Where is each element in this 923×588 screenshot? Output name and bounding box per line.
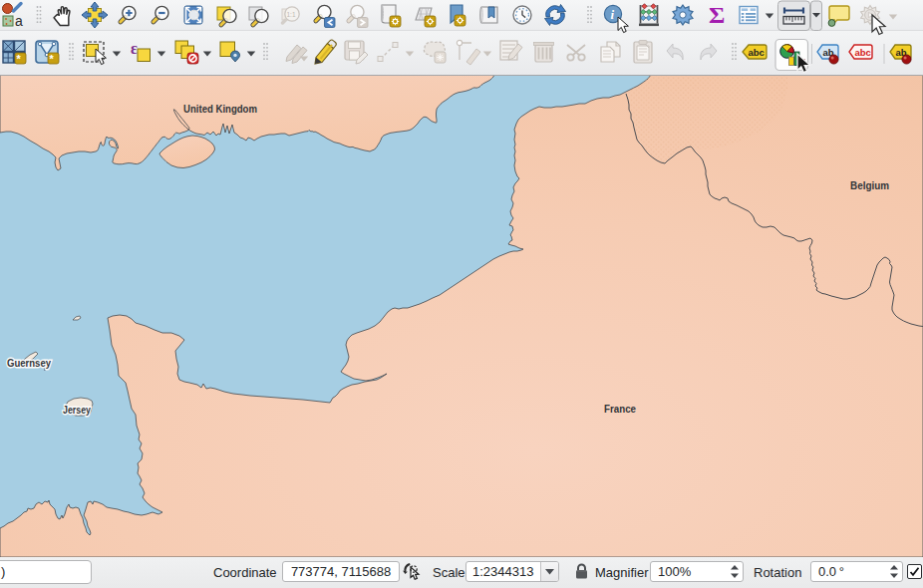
svg-text:a: a <box>15 13 23 29</box>
svg-text:ε: ε <box>131 40 138 57</box>
svg-text:*: * <box>50 53 55 65</box>
svg-text:1:1: 1:1 <box>287 11 296 18</box>
svg-text:abc: abc <box>855 47 871 58</box>
svg-text:i: i <box>611 7 615 22</box>
svg-text:France: France <box>604 403 636 415</box>
svg-text:Jersey: Jersey <box>63 404 91 416</box>
svg-text:*: * <box>17 53 22 65</box>
svg-text:Belgium: Belgium <box>850 179 889 191</box>
svg-text:abc: abc <box>749 47 765 58</box>
svg-text:Σ: Σ <box>709 1 725 27</box>
svg-text:Guernsey: Guernsey <box>7 357 51 369</box>
svg-text:United Kingdom: United Kingdom <box>183 103 257 115</box>
